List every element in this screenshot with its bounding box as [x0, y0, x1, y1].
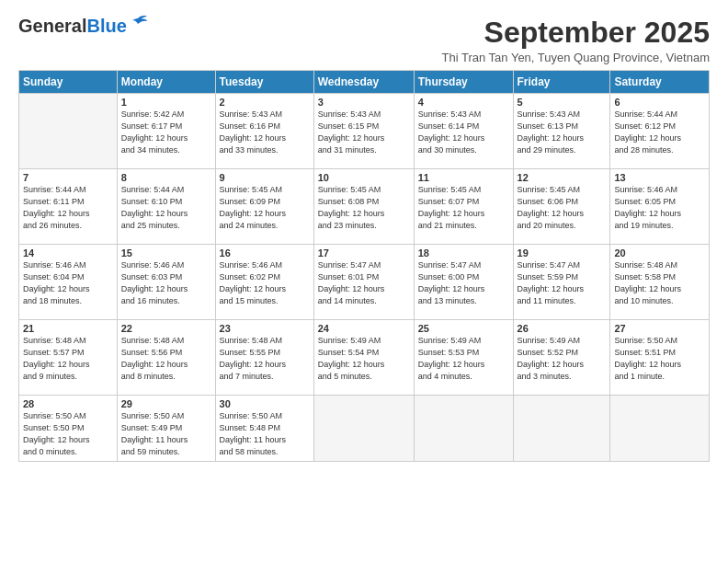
day-number: 22 [121, 323, 211, 334]
table-row [313, 396, 414, 462]
day-info: Sunrise: 5:42 AMSunset: 6:17 PMDaylight:… [121, 109, 211, 156]
title-section: September 2025 Thi Tran Tan Yen, Tuyen Q… [442, 17, 710, 64]
day-info: Sunrise: 5:43 AMSunset: 6:14 PMDaylight:… [418, 109, 509, 156]
table-row: 7Sunrise: 5:44 AMSunset: 6:11 PMDaylight… [19, 169, 118, 245]
header: GeneralBlue September 2025 Thi Tran Tan … [18, 17, 710, 64]
day-number: 12 [518, 172, 607, 183]
day-info: Sunrise: 5:48 AMSunset: 5:58 PMDaylight:… [614, 259, 705, 307]
table-row: 20Sunrise: 5:48 AMSunset: 5:58 PMDayligh… [610, 245, 710, 320]
table-row: 8Sunrise: 5:44 AMSunset: 6:10 PMDaylight… [117, 169, 215, 245]
table-row: 12Sunrise: 5:45 AMSunset: 6:06 PMDayligh… [513, 169, 610, 245]
day-number: 7 [23, 172, 113, 183]
day-info: Sunrise: 5:48 AMSunset: 5:57 PMDaylight:… [23, 335, 113, 383]
day-number: 10 [318, 172, 410, 183]
day-number: 25 [418, 323, 509, 334]
table-row: 4Sunrise: 5:43 AMSunset: 6:14 PMDaylight… [414, 94, 513, 169]
day-number: 6 [614, 97, 705, 108]
day-number: 5 [518, 97, 607, 108]
day-number: 26 [518, 323, 607, 334]
day-number: 3 [318, 97, 410, 108]
table-row: 18Sunrise: 5:47 AMSunset: 6:00 PMDayligh… [414, 245, 513, 320]
day-info: Sunrise: 5:49 AMSunset: 5:53 PMDaylight:… [418, 335, 509, 383]
table-row: 21Sunrise: 5:48 AMSunset: 5:57 PMDayligh… [19, 320, 118, 396]
day-info: Sunrise: 5:48 AMSunset: 5:55 PMDaylight:… [220, 335, 310, 383]
day-info: Sunrise: 5:49 AMSunset: 5:54 PMDaylight:… [318, 335, 410, 383]
col-wednesday: Wednesday [313, 71, 414, 94]
table-row: 26Sunrise: 5:49 AMSunset: 5:52 PMDayligh… [513, 320, 610, 396]
day-number: 13 [614, 172, 705, 183]
table-row: 24Sunrise: 5:49 AMSunset: 5:54 PMDayligh… [313, 320, 414, 396]
page: GeneralBlue September 2025 Thi Tran Tan … [0, 0, 728, 563]
day-number: 23 [220, 323, 310, 334]
day-number: 11 [418, 172, 509, 183]
day-info: Sunrise: 5:46 AMSunset: 6:04 PMDaylight:… [23, 259, 113, 307]
subtitle: Thi Tran Tan Yen, Tuyen Quang Province, … [442, 51, 710, 64]
table-row [513, 396, 610, 462]
calendar-header-row: Sunday Monday Tuesday Wednesday Thursday… [19, 71, 710, 94]
day-number: 29 [121, 398, 211, 409]
table-row: 13Sunrise: 5:46 AMSunset: 6:05 PMDayligh… [610, 169, 710, 245]
day-number: 27 [614, 323, 705, 334]
table-row: 28Sunrise: 5:50 AMSunset: 5:50 PMDayligh… [19, 396, 118, 462]
day-info: Sunrise: 5:50 AMSunset: 5:50 PMDaylight:… [23, 410, 113, 458]
day-info: Sunrise: 5:45 AMSunset: 6:07 PMDaylight:… [418, 184, 509, 232]
col-friday: Friday [513, 71, 610, 94]
table-row: 16Sunrise: 5:46 AMSunset: 6:02 PMDayligh… [215, 245, 313, 320]
day-info: Sunrise: 5:46 AMSunset: 6:02 PMDaylight:… [220, 259, 310, 307]
day-number: 16 [220, 247, 310, 259]
day-info: Sunrise: 5:48 AMSunset: 5:56 PMDaylight:… [121, 335, 211, 383]
table-row: 30Sunrise: 5:50 AMSunset: 5:48 PMDayligh… [215, 396, 313, 462]
day-number: 2 [220, 97, 310, 108]
day-info: Sunrise: 5:50 AMSunset: 5:48 PMDaylight:… [220, 410, 310, 458]
table-row: 14Sunrise: 5:46 AMSunset: 6:04 PMDayligh… [19, 245, 118, 320]
table-row: 1Sunrise: 5:42 AMSunset: 6:17 PMDaylight… [117, 94, 215, 169]
logo-bird-icon [129, 15, 147, 29]
day-number: 21 [23, 323, 113, 334]
table-row [19, 94, 118, 169]
table-row: 22Sunrise: 5:48 AMSunset: 5:56 PMDayligh… [117, 320, 215, 396]
table-row: 27Sunrise: 5:50 AMSunset: 5:51 PMDayligh… [610, 320, 710, 396]
day-number: 4 [418, 97, 509, 108]
day-number: 9 [220, 172, 310, 183]
table-row: 25Sunrise: 5:49 AMSunset: 5:53 PMDayligh… [414, 320, 513, 396]
table-row: 2Sunrise: 5:43 AMSunset: 6:16 PMDaylight… [215, 94, 313, 169]
day-info: Sunrise: 5:44 AMSunset: 6:11 PMDaylight:… [23, 184, 113, 232]
table-row: 23Sunrise: 5:48 AMSunset: 5:55 PMDayligh… [215, 320, 313, 396]
day-number: 17 [318, 247, 410, 259]
day-number: 8 [121, 172, 211, 183]
day-info: Sunrise: 5:45 AMSunset: 6:06 PMDaylight:… [518, 184, 607, 232]
day-info: Sunrise: 5:44 AMSunset: 6:12 PMDaylight:… [614, 109, 705, 156]
logo: GeneralBlue [18, 17, 147, 35]
day-info: Sunrise: 5:44 AMSunset: 6:10 PMDaylight:… [121, 184, 211, 232]
day-number: 24 [318, 323, 410, 334]
day-number: 20 [614, 247, 705, 259]
col-sunday: Sunday [19, 71, 118, 94]
table-row [414, 396, 513, 462]
table-row: 17Sunrise: 5:47 AMSunset: 6:01 PMDayligh… [313, 245, 414, 320]
table-row: 6Sunrise: 5:44 AMSunset: 6:12 PMDaylight… [610, 94, 710, 169]
day-number: 28 [23, 398, 113, 409]
day-number: 14 [23, 247, 113, 259]
day-info: Sunrise: 5:46 AMSunset: 6:03 PMDaylight:… [121, 259, 211, 307]
logo-general: General [18, 16, 86, 36]
table-row: 19Sunrise: 5:47 AMSunset: 5:59 PMDayligh… [513, 245, 610, 320]
day-info: Sunrise: 5:50 AMSunset: 5:49 PMDaylight:… [121, 410, 211, 458]
table-row: 29Sunrise: 5:50 AMSunset: 5:49 PMDayligh… [117, 396, 215, 462]
day-info: Sunrise: 5:45 AMSunset: 6:09 PMDaylight:… [220, 184, 310, 232]
col-thursday: Thursday [414, 71, 513, 94]
month-title: September 2025 [442, 17, 710, 49]
day-info: Sunrise: 5:47 AMSunset: 5:59 PMDaylight:… [518, 259, 607, 307]
col-tuesday: Tuesday [215, 71, 313, 94]
table-row: 3Sunrise: 5:43 AMSunset: 6:15 PMDaylight… [313, 94, 414, 169]
day-info: Sunrise: 5:46 AMSunset: 6:05 PMDaylight:… [614, 184, 705, 232]
day-info: Sunrise: 5:47 AMSunset: 6:00 PMDaylight:… [418, 259, 509, 307]
day-number: 15 [121, 247, 211, 259]
day-info: Sunrise: 5:43 AMSunset: 6:13 PMDaylight:… [518, 109, 607, 156]
day-number: 19 [518, 247, 607, 259]
day-info: Sunrise: 5:45 AMSunset: 6:08 PMDaylight:… [318, 184, 410, 232]
table-row: 9Sunrise: 5:45 AMSunset: 6:09 PMDaylight… [215, 169, 313, 245]
day-number: 1 [121, 97, 211, 108]
day-info: Sunrise: 5:43 AMSunset: 6:16 PMDaylight:… [220, 109, 310, 156]
table-row: 5Sunrise: 5:43 AMSunset: 6:13 PMDaylight… [513, 94, 610, 169]
day-info: Sunrise: 5:47 AMSunset: 6:01 PMDaylight:… [318, 259, 410, 307]
